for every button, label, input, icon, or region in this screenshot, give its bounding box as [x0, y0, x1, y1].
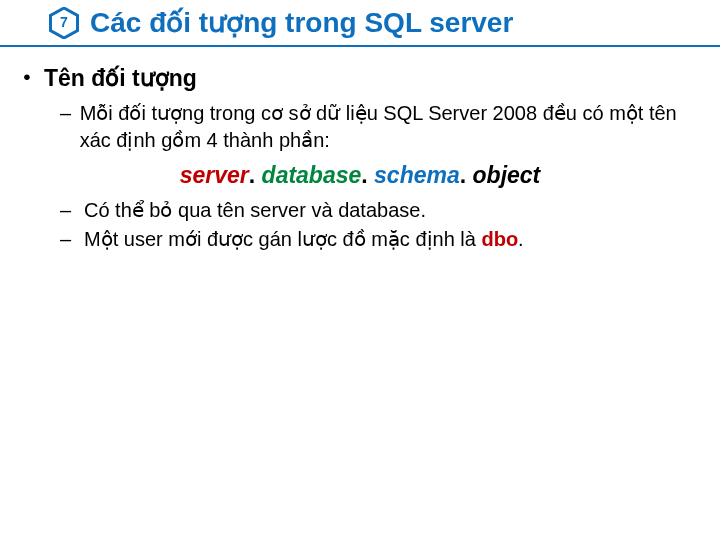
bullet-dash-icon: – — [60, 226, 76, 253]
sub-point-3-pre: Một user mới được gán lược đồ mặc định l… — [84, 228, 481, 250]
naming-part-schema: schema — [374, 162, 460, 188]
slide-header: 7 Các đối tượng trong SQL server — [0, 0, 720, 43]
bullet-level-2: – Một user mới được gán lược đồ mặc định… — [18, 226, 702, 253]
naming-separator: . — [361, 162, 374, 188]
section-heading: Tên đối tượng — [44, 63, 197, 94]
naming-part-object: object — [473, 162, 541, 188]
dbo-keyword: dbo — [481, 228, 518, 250]
naming-separator: . — [460, 162, 473, 188]
slide-title: Các đối tượng trong SQL server — [90, 6, 513, 39]
bullet-level-2: – Có thể bỏ qua tên server và database. — [18, 197, 702, 224]
bullet-dot-icon: • — [18, 63, 36, 94]
bullet-level-2: – Mỗi đối tượng trong cơ sở dữ liệu SQL … — [18, 100, 702, 154]
sub-point-2: Có thể bỏ qua tên server và database. — [84, 197, 426, 224]
sub-point-3-post: . — [518, 228, 524, 250]
bullet-level-1: • Tên đối tượng — [18, 63, 702, 94]
object-naming-format: server. database. schema. object — [18, 160, 702, 191]
naming-part-database: database — [262, 162, 362, 188]
slide-content: • Tên đối tượng – Mỗi đối tượng trong cơ… — [0, 63, 720, 253]
sub-point-3: Một user mới được gán lược đồ mặc định l… — [84, 226, 524, 253]
slide-number-badge: 7 — [48, 7, 80, 39]
naming-separator: . — [249, 162, 262, 188]
sub-point-1: Mỗi đối tượng trong cơ sở dữ liệu SQL Se… — [80, 100, 702, 154]
slide-number: 7 — [60, 14, 68, 30]
header-separator — [0, 45, 720, 47]
bullet-dash-icon: – — [60, 100, 72, 154]
bullet-dash-icon: – — [60, 197, 76, 224]
naming-part-server: server — [180, 162, 249, 188]
